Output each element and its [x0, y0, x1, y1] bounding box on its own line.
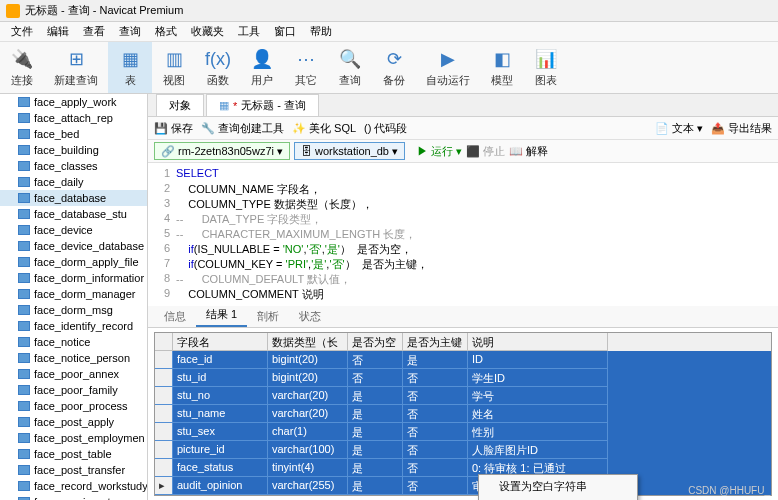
tool-模型[interactable]: ◧模型 — [480, 42, 524, 93]
menu-item[interactable]: 文件 — [4, 24, 40, 39]
grid-cell[interactable]: 是 — [348, 423, 403, 441]
grid-cell[interactable] — [155, 351, 173, 369]
sidebar-item[interactable]: face_classes — [0, 158, 147, 174]
grid-cell[interactable]: bigint(20) — [268, 351, 348, 369]
sql-editor[interactable]: 1SELECT2 COLUMN_NAME 字段名，3 COLUMN_TYPE 数… — [148, 163, 778, 306]
grid-cell[interactable] — [155, 441, 173, 459]
sidebar-item[interactable]: face_bed — [0, 126, 147, 142]
grid-row[interactable]: face_statustinyint(4)是否0: 待审核 1: 已通过 — [155, 459, 771, 477]
sidebar-item[interactable]: face_database — [0, 190, 147, 206]
export-button[interactable]: 📤 导出结果 — [711, 121, 772, 136]
menu-item[interactable]: 帮助 — [303, 24, 339, 39]
save-button[interactable]: 💾 保存 — [154, 121, 193, 136]
sidebar-item[interactable]: face_record_workstudy — [0, 478, 147, 494]
grid-cell[interactable]: 否 — [403, 459, 468, 477]
grid-cell[interactable]: varchar(20) — [268, 387, 348, 405]
tool-图表[interactable]: 📊图表 — [524, 42, 568, 93]
tool-查询[interactable]: 🔍查询 — [328, 42, 372, 93]
grid-cell[interactable]: 是 — [348, 405, 403, 423]
menu-item[interactable]: 格式 — [148, 24, 184, 39]
tab-query[interactable]: ▦*无标题 - 查询 — [206, 94, 319, 116]
grid-cell[interactable]: ID — [468, 351, 608, 369]
sidebar-item[interactable]: face_notice_person — [0, 350, 147, 366]
sidebar-item[interactable]: face_device_database — [0, 238, 147, 254]
grid-cell[interactable]: stu_no — [173, 387, 268, 405]
tool-视图[interactable]: ▥视图 — [152, 42, 196, 93]
grid-cell[interactable]: bigint(20) — [268, 369, 348, 387]
grid-cell[interactable]: 否 — [403, 477, 468, 495]
sidebar-item[interactable]: face_dorm_apply_file — [0, 254, 147, 270]
grid-row[interactable]: stu_namevarchar(20)是否姓名 — [155, 405, 771, 423]
grid-cell[interactable]: stu_name — [173, 405, 268, 423]
sidebar-item[interactable]: face_dorm_manager — [0, 286, 147, 302]
grid-cell[interactable]: 否 — [348, 351, 403, 369]
grid-cell[interactable]: stu_id — [173, 369, 268, 387]
grid-cell[interactable]: 性别 — [468, 423, 608, 441]
grid-cell[interactable]: varchar(20) — [268, 405, 348, 423]
menu-item[interactable]: 查询 — [112, 24, 148, 39]
col-header[interactable]: 字段名 — [173, 333, 268, 351]
grid-cell[interactable]: varchar(255) — [268, 477, 348, 495]
grid-cell[interactable]: picture_id — [173, 441, 268, 459]
menu-item[interactable]: 查看 — [76, 24, 112, 39]
menu-item[interactable]: 工具 — [231, 24, 267, 39]
server-dropdown[interactable]: 🔗 rm-2zetn83n05wz7i ▾ — [154, 142, 290, 160]
sidebar-item[interactable]: face_identify_record — [0, 318, 147, 334]
tool-自动运行[interactable]: ▶自动运行 — [416, 42, 480, 93]
tool-函数[interactable]: f(x)函数 — [196, 42, 240, 93]
grid-cell[interactable] — [155, 387, 173, 405]
grid-row[interactable]: picture_idvarchar(100)是否人脸库图片ID — [155, 441, 771, 459]
database-dropdown[interactable]: 🗄 workstation_db ▾ — [294, 142, 405, 160]
tool-其它[interactable]: ⋯其它 — [284, 42, 328, 93]
grid-cell[interactable]: 否 — [403, 369, 468, 387]
menu-item[interactable]: 收藏夹 — [184, 24, 231, 39]
sidebar-item[interactable]: face_daily — [0, 174, 147, 190]
grid-cell[interactable]: 否 — [348, 369, 403, 387]
tool-用户[interactable]: 👤用户 — [240, 42, 284, 93]
grid-cell[interactable]: 是 — [348, 459, 403, 477]
grid-cell[interactable]: 否 — [403, 423, 468, 441]
grid-cell[interactable]: 人脸库图片ID — [468, 441, 608, 459]
grid-cell[interactable]: 学号 — [468, 387, 608, 405]
sidebar-item[interactable]: face_post_table — [0, 446, 147, 462]
sidebar-item[interactable]: face_post_apply — [0, 414, 147, 430]
sidebar-item[interactable]: face_database_stu — [0, 206, 147, 222]
result-grid[interactable]: 字段名数据类型（长是否为空是否为主键说明face_idbigint(20)否是I… — [154, 332, 772, 496]
grid-cell[interactable] — [155, 369, 173, 387]
grid-cell[interactable]: 否 — [403, 405, 468, 423]
sidebar-item[interactable]: face_device — [0, 222, 147, 238]
sidebar-item[interactable]: face_post_employmen — [0, 430, 147, 446]
sidebar-item[interactable]: face_poor_process — [0, 398, 147, 414]
grid-cell[interactable]: varchar(100) — [268, 441, 348, 459]
grid-cell[interactable]: 否 — [403, 387, 468, 405]
grid-cell[interactable]: stu_sex — [173, 423, 268, 441]
grid-cell[interactable]: face_id — [173, 351, 268, 369]
tool-连接[interactable]: 🔌连接 — [0, 42, 44, 93]
tab-profile[interactable]: 剖析 — [247, 306, 289, 327]
object-sidebar[interactable]: face_apply_workface_attach_repface_bedfa… — [0, 94, 148, 500]
query-builder-button[interactable]: 🔧 查询创建工具 — [201, 121, 284, 136]
sidebar-item[interactable]: face_repair_note — [0, 494, 147, 500]
sidebar-item[interactable]: face_notice — [0, 334, 147, 350]
grid-cell[interactable]: ▸ — [155, 477, 173, 495]
grid-cell[interactable]: char(1) — [268, 423, 348, 441]
sidebar-item[interactable]: face_post_transfer — [0, 462, 147, 478]
tool-备份[interactable]: ⟳备份 — [372, 42, 416, 93]
sidebar-item[interactable]: face_poor_family — [0, 382, 147, 398]
col-header[interactable] — [155, 333, 173, 351]
tool-新建查询[interactable]: ⊞新建查询 — [44, 42, 108, 93]
sidebar-item[interactable]: face_dorm_msg — [0, 302, 147, 318]
sidebar-item[interactable]: face_apply_work — [0, 94, 147, 110]
grid-cell[interactable]: face_status — [173, 459, 268, 477]
grid-cell[interactable] — [155, 405, 173, 423]
sidebar-item[interactable]: face_dorm_informatior — [0, 270, 147, 286]
ctx-item[interactable]: 设置为空白字符串 — [479, 475, 637, 498]
grid-cell[interactable] — [155, 423, 173, 441]
grid-row[interactable]: ▸audit_opinionvarchar(255)是否审核意见 — [155, 477, 771, 495]
grid-cell[interactable]: 是 — [348, 387, 403, 405]
text-button[interactable]: 📄 文本 ▾ — [655, 121, 703, 136]
grid-cell[interactable]: 是 — [403, 351, 468, 369]
grid-row[interactable]: stu_sexchar(1)是否性别 — [155, 423, 771, 441]
menu-item[interactable]: 窗口 — [267, 24, 303, 39]
context-menu[interactable]: 设置为空白字符串设置为 NULL删除记录复制复制为▸粘贴显示▸ — [478, 474, 638, 500]
